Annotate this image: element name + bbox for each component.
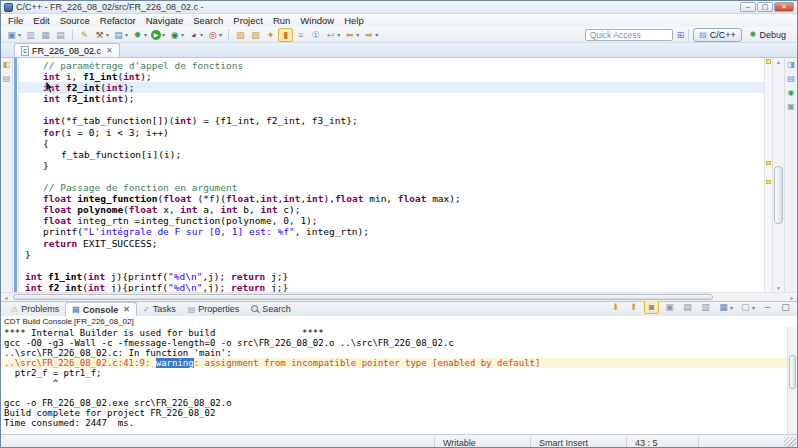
console-warning-line[interactable]: ..\src\FR_226_08_02.c:41:9: warning: ass… [1, 358, 797, 368]
tab-properties[interactable]: ▤Properties [182, 302, 246, 316]
maximize-view-icon[interactable]: ▢ [778, 300, 793, 314]
menu-run[interactable]: Run [268, 15, 295, 26]
code-line[interactable] [19, 171, 764, 182]
dropdown-arrow-icon[interactable]: ▾ [125, 31, 128, 38]
forward-button[interactable]: ➡▾ [361, 28, 380, 42]
code-line[interactable]: // paramétrage d'appel de fonctions [19, 60, 764, 71]
editor-tab[interactable]: c FR_226_08_02.c ✕ [14, 43, 120, 57]
menu-navigate[interactable]: Navigate [141, 15, 189, 26]
pin-console-icon[interactable]: ▣ [662, 300, 677, 314]
clear-console-icon[interactable]: ▤ [680, 300, 695, 314]
save-button[interactable]: ▥ [23, 28, 38, 42]
profile-button[interactable]: ◉▾ [167, 28, 186, 42]
open-folder-button[interactable]: ▨ [233, 28, 248, 42]
editor-vertical-scrollbar[interactable]: ▲ ▼ [772, 58, 784, 292]
perspective-debug[interactable]: ✺Debug [744, 28, 792, 42]
scrollbar-thumb[interactable] [774, 166, 783, 224]
menu-source[interactable]: Source [55, 15, 95, 26]
scrollbar-thumb[interactable] [13, 294, 713, 300]
show-console-on-output-icon[interactable]: ◙ [644, 300, 659, 314]
tab-tasks[interactable]: ✓Tasks [137, 302, 182, 316]
annotations-button[interactable]: ≡ [293, 28, 308, 42]
coverage-button[interactable]: ◕▾ [186, 28, 205, 42]
dropdown-arrow-icon[interactable]: ▾ [730, 304, 733, 311]
code-line[interactable]: for(i = 0; i < 3; i++) [19, 127, 764, 138]
run-button[interactable]: ▶▾ [149, 28, 167, 42]
code-line[interactable]: float integ_function(float (*f)(float,in… [19, 193, 764, 204]
debug-button[interactable]: ✹▾ [130, 28, 149, 42]
warning-marker[interactable] [766, 180, 771, 184]
perspective-cpp[interactable]: ▤C/C++ [693, 28, 742, 42]
code-line[interactable] [19, 260, 764, 271]
console-vertical-scrollbar[interactable] [787, 327, 797, 434]
restore-right-view-icon[interactable]: ◨ [786, 60, 796, 70]
menu-refactor[interactable]: Refactor [95, 15, 141, 26]
menu-edit[interactable]: Edit [28, 15, 54, 26]
back-button[interactable]: ⬅▾ [342, 28, 361, 42]
tab-problems[interactable]: ⚠Problems [5, 302, 65, 316]
code-line[interactable]: { [19, 138, 764, 149]
dropdown-arrow-icon[interactable]: ▾ [375, 31, 378, 38]
code-line[interactable]: } [19, 249, 764, 260]
resize-grip[interactable] [784, 437, 796, 448]
code-line-current[interactable]: int f2_int(int); [19, 82, 764, 93]
tab-search[interactable]: Search [245, 302, 297, 316]
code-line[interactable]: printf("L'intégrale de F sur [0, 1] est:… [19, 226, 764, 237]
dropdown-arrow-icon[interactable]: ▾ [162, 31, 165, 38]
minimized-templates-icon[interactable]: ▣ [786, 102, 796, 112]
code-line[interactable] [19, 104, 764, 115]
minimize-button[interactable]: – [740, 2, 756, 12]
dropdown-arrow-icon[interactable]: ▾ [144, 31, 147, 38]
scrollbar-thumb[interactable] [789, 355, 796, 389]
console-output[interactable]: **** Internal Builder is used for build … [1, 327, 797, 434]
close-icon[interactable]: ✕ [123, 305, 130, 314]
minimize-view-icon[interactable]: – [760, 300, 775, 314]
code-line[interactable]: int i, f1_int(int); [19, 71, 764, 82]
new-wizard-button[interactable]: ▤▾ [111, 28, 130, 42]
pencil-button[interactable]: ✎ [77, 28, 92, 42]
open-console-icon[interactable]: ▢▾ [738, 300, 757, 314]
tab-console[interactable]: ▤Console✕ [65, 302, 137, 316]
code-line[interactable]: int(*f_tab_function[])(int) = {f1_int, f… [19, 115, 764, 126]
minimized-build-icon[interactable]: ◉ [786, 88, 796, 98]
code-line[interactable]: int f3_int(int); [19, 93, 764, 104]
dropdown-arrow-icon[interactable]: ▾ [181, 31, 184, 38]
minimized-outline-icon[interactable]: ▤ [786, 74, 796, 84]
close-button[interactable]: ✕ [774, 2, 794, 12]
open-resource-button[interactable]: ▧ [248, 28, 263, 42]
scroll-lock-icon[interactable]: ▥ [698, 300, 713, 314]
scroll-down-arrow[interactable]: ▼ [773, 285, 784, 291]
code-line[interactable]: float polynome(float x, int a, int b, in… [19, 204, 764, 215]
save-all-button[interactable]: ▦ [38, 28, 53, 42]
close-icon[interactable]: ✕ [106, 46, 113, 55]
dropdown-arrow-icon[interactable]: ▾ [18, 31, 21, 38]
warning-marker[interactable] [766, 161, 771, 165]
overview-ruler[interactable] [764, 58, 772, 292]
print-button[interactable]: ▤ [53, 28, 68, 42]
menu-window[interactable]: Window [295, 15, 339, 26]
dropdown-arrow-icon[interactable]: ▾ [337, 31, 340, 38]
code-line[interactable]: // Passage de fonction en argument [19, 182, 764, 193]
wand-button[interactable]: ✦ [263, 28, 278, 42]
code-line[interactable]: int f1_int(int j){printf("%d\n",j); retu… [19, 271, 764, 282]
dropdown-arrow-icon[interactable]: ▾ [752, 304, 755, 311]
titlebar[interactable]: C/C++ - FR_226_08_02/src/FR_226_08_02.c … [1, 1, 797, 14]
dropdown-arrow-icon[interactable]: ▾ [219, 31, 222, 38]
previous-annotation-icon[interactable]: ⬆ [626, 300, 641, 314]
code-line[interactable]: float integ_rtn =integ_function(polynome… [19, 215, 764, 226]
dropdown-arrow-icon[interactable]: ▾ [356, 31, 359, 38]
open-perspective-button[interactable]: ⊞ [677, 30, 685, 40]
menu-search[interactable]: Search [188, 15, 228, 26]
code-line[interactable]: return EXIT_SUCCESS; [19, 238, 764, 249]
code-line[interactable]: } [19, 160, 764, 171]
dropdown-arrow-icon[interactable]: ▾ [200, 31, 203, 38]
pin-editor-button[interactable]: ① [308, 28, 323, 42]
code-line[interactable]: int f2_int(int j){printf("%d\n",j); retu… [19, 282, 764, 292]
mark-occurrences-button[interactable]: ▮ [278, 28, 293, 42]
minimized-view-icon[interactable]: ▤ [2, 74, 12, 84]
dropdown-arrow-icon[interactable]: ▾ [106, 31, 109, 38]
next-annotation-icon[interactable]: ⬇ [608, 300, 623, 314]
scroll-left-arrow[interactable]: ◂ [1, 294, 11, 301]
new-button[interactable]: ▣▾ [4, 28, 23, 42]
maximize-button[interactable]: ▢ [757, 2, 773, 12]
